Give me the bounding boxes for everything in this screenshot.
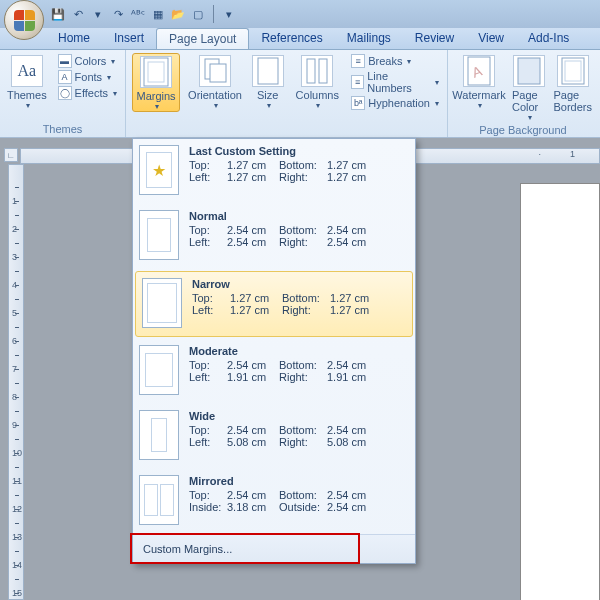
- quick-access-toolbar: 💾 ↶ ▾ ↷ ᴬᴮᶜ ▦ 📂 ▢ ▾: [50, 5, 237, 23]
- margin-thumb-icon: [139, 210, 179, 260]
- ribbon: Aa Themes▾ ▬Colors▾ AFonts▾ ◯Effects▾ Th…: [0, 50, 600, 138]
- margins-icon: [140, 56, 172, 88]
- effects-button[interactable]: ◯Effects▾: [56, 85, 119, 101]
- tab-insert[interactable]: Insert: [102, 28, 156, 49]
- tab-references[interactable]: References: [249, 28, 334, 49]
- tab-page-layout[interactable]: Page Layout: [156, 28, 249, 49]
- svg-rect-4: [258, 58, 278, 84]
- page-color-icon: [513, 55, 545, 87]
- size-icon: [252, 55, 284, 87]
- hyphenation-icon: bª: [351, 96, 365, 110]
- page-borders-icon: [557, 55, 589, 87]
- open-icon[interactable]: 📂: [170, 6, 186, 22]
- preset-name: Moderate: [189, 345, 407, 357]
- page-color-button[interactable]: Page Color▾: [512, 53, 545, 122]
- themes-label: Themes: [7, 89, 47, 101]
- page-bg-group-label: Page Background: [454, 122, 592, 136]
- svg-rect-9: [518, 58, 540, 84]
- margin-thumb-icon: ★: [139, 145, 179, 195]
- tab-review[interactable]: Review: [403, 28, 466, 49]
- tab-view[interactable]: View: [466, 28, 516, 49]
- preset-name: Mirrored: [189, 475, 407, 487]
- orientation-button[interactable]: Orientation▾: [188, 53, 242, 110]
- preset-name: Narrow: [192, 278, 404, 290]
- themes-button[interactable]: Aa Themes▾: [6, 53, 48, 110]
- vertical-ruler[interactable]: 123456789101112131415: [8, 164, 24, 600]
- watermark-button[interactable]: A Watermark▾: [454, 53, 504, 110]
- undo-icon[interactable]: ↶: [70, 6, 86, 22]
- page-borders-button[interactable]: Page Borders: [553, 53, 592, 113]
- ruler-corner[interactable]: ∟: [4, 148, 18, 162]
- colors-icon: ▬: [58, 54, 72, 68]
- preset-name: Wide: [189, 410, 407, 422]
- themes-icon: Aa: [11, 55, 43, 87]
- tab-mailings[interactable]: Mailings: [335, 28, 403, 49]
- save-icon[interactable]: 💾: [50, 6, 66, 22]
- margin-preset-normal[interactable]: NormalTop:2.54 cmBottom:2.54 cmLeft:2.54…: [133, 204, 415, 269]
- new-icon[interactable]: ▢: [190, 6, 206, 22]
- office-button[interactable]: [4, 0, 44, 40]
- line-numbers-button[interactable]: ≡Line Numbers▾: [349, 69, 441, 95]
- columns-icon: [301, 55, 333, 87]
- table-icon[interactable]: ▦: [150, 6, 166, 22]
- margins-button[interactable]: Margins▾: [132, 53, 180, 112]
- svg-rect-5: [307, 59, 315, 83]
- tab-home[interactable]: Home: [46, 28, 102, 49]
- effects-icon: ◯: [58, 86, 72, 100]
- chevron-down-icon[interactable]: ▾: [90, 6, 106, 22]
- watermark-icon: A: [463, 55, 495, 87]
- size-button[interactable]: Size▾: [250, 53, 285, 110]
- margin-preset-last-custom-setting[interactable]: ★Last Custom SettingTop:1.27 cmBottom:1.…: [133, 139, 415, 204]
- tab-addins[interactable]: Add-Ins: [516, 28, 581, 49]
- margin-thumb-icon: [139, 410, 179, 460]
- custom-margins-item[interactable]: Custom Margins...: [133, 534, 415, 563]
- breaks-button[interactable]: ≡Breaks▾: [349, 53, 441, 69]
- orientation-icon: [199, 55, 231, 87]
- document-page[interactable]: [520, 183, 600, 600]
- margin-preset-narrow[interactable]: NarrowTop:1.27 cmBottom:1.27 cmLeft:1.27…: [135, 271, 413, 337]
- ribbon-tabs: Home Insert Page Layout References Maili…: [0, 28, 600, 50]
- workspace: ∟ 1 · 123456789101112131415 ★Last Custom…: [0, 138, 600, 600]
- columns-button[interactable]: Columns▾: [293, 53, 341, 110]
- margin-preset-wide[interactable]: WideTop:2.54 cmBottom:2.54 cmLeft:5.08 c…: [133, 404, 415, 469]
- margin-preset-moderate[interactable]: ModerateTop:2.54 cmBottom:2.54 cmLeft:1.…: [133, 339, 415, 404]
- breaks-icon: ≡: [351, 54, 365, 68]
- qat-customize-icon[interactable]: ▾: [221, 6, 237, 22]
- svg-rect-3: [210, 64, 226, 82]
- spellcheck-icon[interactable]: ᴬᴮᶜ: [130, 6, 146, 22]
- redo-icon[interactable]: ↷: [110, 6, 126, 22]
- colors-button[interactable]: ▬Colors▾: [56, 53, 119, 69]
- fonts-icon: A: [58, 70, 72, 84]
- svg-rect-6: [319, 59, 327, 83]
- margin-thumb-icon: [139, 345, 179, 395]
- hyphenation-button[interactable]: bªHyphenation▾: [349, 95, 441, 111]
- margin-preset-mirrored[interactable]: MirroredTop:2.54 cmBottom:2.54 cmInside:…: [133, 469, 415, 534]
- margin-thumb-icon: [139, 475, 179, 525]
- preset-name: Normal: [189, 210, 407, 222]
- margins-dropdown: ★Last Custom SettingTop:1.27 cmBottom:1.…: [132, 138, 416, 564]
- margin-thumb-icon: [142, 278, 182, 328]
- themes-group-label: Themes: [6, 121, 119, 135]
- line-numbers-icon: ≡: [351, 75, 364, 89]
- pagesetup-group-label: [132, 121, 441, 135]
- fonts-button[interactable]: AFonts▾: [56, 69, 119, 85]
- preset-name: Last Custom Setting: [189, 145, 407, 157]
